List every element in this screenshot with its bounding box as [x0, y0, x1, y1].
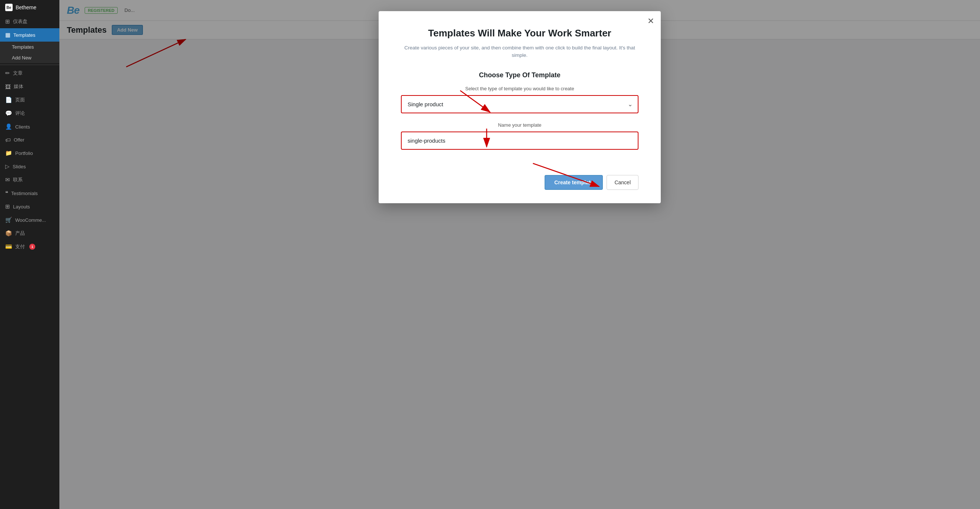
posts-label: 文章	[13, 70, 23, 77]
sidebar-header: Be Betheme	[0, 0, 59, 15]
clients-label: Clients	[15, 124, 30, 130]
dashboard-icon: ⊞	[5, 18, 10, 25]
create-template-button[interactable]: Create template	[544, 175, 603, 190]
layouts-icon: ⊞	[5, 203, 10, 210]
media-label: 媒体	[14, 83, 23, 90]
sidebar-templates-submenu: Templates Add New	[0, 41, 59, 63]
modal-subtitle: Create various pieces of your site, and …	[401, 44, 638, 59]
template-modal: ✕ Templates Will Make Your Work Smarter …	[379, 11, 661, 203]
sidebar-item-products[interactable]: 📦 产品	[0, 227, 59, 240]
payment-badge: 1	[29, 244, 35, 250]
portfolio-label: Portfolio	[15, 150, 33, 156]
contact-label: 联系	[13, 177, 23, 183]
payment-label: 支付	[15, 243, 25, 250]
sidebar-item-posts[interactable]: ✏ 文章	[0, 67, 59, 80]
choose-type-heading: Choose Type Of Template	[401, 71, 638, 79]
testimonials-icon: ❝	[5, 190, 8, 196]
products-label: 产品	[15, 230, 25, 237]
sidebar-item-testimonials[interactable]: ❝ Testimonials	[0, 187, 59, 200]
sidebar-sub-templates[interactable]: Templates	[0, 41, 59, 53]
media-icon: 🖼	[5, 84, 11, 90]
templates-icon: ▦	[5, 32, 10, 38]
sidebar-item-templates[interactable]: ▦ Templates	[0, 28, 59, 41]
layouts-label: Layouts	[13, 204, 30, 209]
cancel-button[interactable]: Cancel	[606, 175, 638, 190]
modal-footer: Create template Cancel	[379, 175, 661, 203]
slides-label: Slides	[13, 164, 25, 169]
sidebar-item-comments[interactable]: 💬 评论	[0, 107, 59, 120]
posts-icon: ✏	[5, 70, 10, 77]
slides-icon: ▷	[5, 163, 10, 170]
sidebar-site-name: Betheme	[16, 5, 37, 10]
sidebar-templates-label: Templates	[13, 32, 35, 38]
offer-icon: 🏷	[5, 137, 11, 143]
sidebar-item-pages[interactable]: 📄 页面	[0, 93, 59, 107]
template-name-label: Name your template	[401, 122, 638, 128]
sidebar-item-contact[interactable]: ✉ 联系	[0, 173, 59, 187]
comments-icon: 💬	[5, 110, 12, 116]
woocommerce-label: WooComme...	[15, 217, 46, 223]
sidebar-item-slides[interactable]: ▷ Slides	[0, 160, 59, 173]
offer-label: Offer	[14, 137, 24, 143]
sidebar-item-portfolio[interactable]: 📁 Portfolio	[0, 147, 59, 160]
sidebar-item-offer[interactable]: 🏷 Offer	[0, 133, 59, 147]
select-type-label: Select the type of template you would li…	[401, 86, 638, 91]
portfolio-icon: 📁	[5, 150, 12, 156]
template-name-input[interactable]	[401, 131, 638, 150]
modal-title: Templates Will Make Your Work Smarter	[401, 27, 638, 39]
template-type-select[interactable]: Single product Single post Archive Heade…	[402, 96, 638, 113]
testimonials-label: Testimonials	[11, 191, 38, 196]
sidebar-item-payment[interactable]: 💳 支付 1	[0, 240, 59, 254]
woocommerce-icon: 🛒	[5, 217, 12, 223]
modal-close-button[interactable]: ✕	[648, 17, 654, 25]
comments-label: 评论	[15, 110, 25, 116]
sidebar-item-layouts[interactable]: ⊞ Layouts	[0, 200, 59, 213]
pages-label: 页面	[15, 97, 25, 103]
modal-body: Templates Will Make Your Work Smarter Cr…	[379, 11, 661, 175]
sidebar-item-media[interactable]: 🖼 媒体	[0, 80, 59, 93]
contact-icon: ✉	[5, 177, 10, 183]
payment-icon: 💳	[5, 243, 12, 250]
sidebar-sub-add-new[interactable]: Add New	[0, 53, 59, 63]
sidebar: Be Betheme ⊞ 仪表盘 ▦ Templates Templates A…	[0, 0, 59, 509]
sidebar-item-clients[interactable]: 👤 Clients	[0, 120, 59, 133]
pages-icon: 📄	[5, 97, 12, 103]
main-area: Be REGISTERED Do... Templates Add New ✕ …	[59, 0, 980, 509]
sidebar-item-dashboard[interactable]: ⊞ 仪表盘	[0, 15, 59, 28]
modal-overlay: ✕ Templates Will Make Your Work Smarter …	[59, 0, 980, 509]
products-icon: 📦	[5, 230, 12, 237]
clients-icon: 👤	[5, 123, 12, 130]
sidebar-item-woocommerce[interactable]: 🛒 WooComme...	[0, 213, 59, 227]
dashboard-label: 仪表盘	[13, 18, 27, 25]
template-type-select-wrapper: Single product Single post Archive Heade…	[401, 95, 638, 113]
sidebar-logo: Be	[5, 4, 13, 11]
